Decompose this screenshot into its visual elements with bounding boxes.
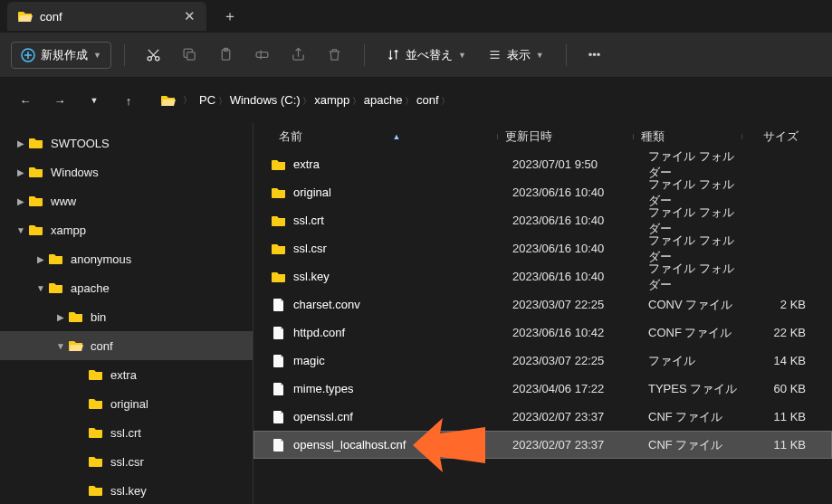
tree-item[interactable]: extra — [0, 360, 253, 389]
tree-item[interactable]: original — [0, 389, 253, 418]
list-item[interactable]: httpd.conf2023/06/16 10:42CONF ファイル22 KB — [253, 319, 832, 347]
back-button[interactable]: ← — [11, 86, 40, 115]
list-item[interactable]: extra2023/07/01 9:50ファイル フォルダー — [253, 150, 832, 178]
list-item[interactable]: openssl_localhost.cnf2023/02/07 23:37CNF… — [253, 431, 832, 459]
folder-icon — [89, 483, 103, 498]
list-item[interactable]: original2023/06/16 10:40ファイル フォルダー — [253, 178, 832, 206]
new-label: 新規作成 — [41, 47, 88, 63]
folder-icon — [161, 93, 176, 108]
close-icon[interactable]: ✕ — [184, 8, 196, 24]
chevron-down-icon[interactable]: ▼ — [33, 283, 49, 293]
file-icon — [272, 410, 286, 424]
col-name[interactable]: 名前▲ — [272, 128, 498, 145]
chevron-right-icon: 〉 — [183, 94, 192, 107]
toolbar: 新規作成 ▼ 並べ替え ▼ 表示 ▼ ••• — [0, 33, 832, 78]
folder-icon — [272, 214, 286, 228]
file-name: openssl_localhost.cnf — [293, 438, 505, 452]
chevron-right-icon[interactable]: ▶ — [13, 138, 29, 148]
file-type: ファイル — [641, 353, 750, 369]
share-button[interactable] — [282, 39, 315, 71]
delete-button[interactable] — [319, 39, 351, 71]
chevron-right-icon[interactable]: ▶ — [13, 196, 29, 206]
tree-item[interactable]: ▼apache — [0, 273, 253, 302]
up-button[interactable]: ↑ — [114, 86, 143, 115]
file-size: 11 KB — [750, 438, 813, 452]
sort-button[interactable]: 並べ替え ▼ — [378, 43, 475, 68]
tree-item[interactable]: ssl.crt — [0, 418, 253, 447]
view-button[interactable]: 表示 ▼ — [479, 43, 553, 68]
folder-icon — [89, 367, 103, 382]
tree-item[interactable]: ▶anonymous — [0, 244, 253, 273]
file-size: 60 KB — [750, 382, 813, 395]
chevron-right-icon[interactable]: ▶ — [53, 312, 69, 322]
tree-item[interactable]: ▼xampp — [0, 215, 253, 244]
chevron-right-icon[interactable]: ▶ — [13, 167, 29, 177]
tree-item[interactable]: ▶bin — [0, 302, 253, 331]
tab-title: conf — [40, 10, 184, 24]
tree-label: anonymous — [71, 252, 253, 266]
file-type: CNF ファイル — [641, 409, 750, 425]
folder-icon — [49, 252, 63, 266]
list-item[interactable]: mime.types2023/04/06 17:22TYPES ファイル60 K… — [253, 375, 832, 403]
folder-icon — [29, 223, 43, 237]
folder-tree[interactable]: ▶SWTOOLS▶Windows▶www▼xampp▶anonymous▼apa… — [0, 123, 253, 504]
copy-button[interactable] — [174, 39, 206, 71]
svg-point-2 — [156, 57, 159, 61]
chevron-right-icon: 〉 — [402, 96, 416, 106]
col-date[interactable]: 更新日時 — [498, 128, 634, 145]
col-size[interactable]: サイズ — [742, 128, 806, 145]
tree-item[interactable]: ▶www — [0, 186, 253, 215]
tree-item[interactable]: ▶SWTOOLS — [0, 128, 253, 157]
recent-button[interactable]: ▼ — [80, 86, 109, 115]
folder-icon — [29, 194, 43, 208]
tree-item[interactable]: ssl.key — [0, 476, 253, 504]
list-item[interactable]: openssl.cnf2023/02/07 23:37CNF ファイル11 KB — [253, 403, 832, 431]
breadcrumb-segment[interactable]: xampp — [314, 93, 349, 107]
separator — [364, 44, 365, 66]
breadcrumb[interactable]: 〉 PC 〉 Windows (C:) 〉 xampp 〉 apache 〉 c… — [161, 93, 450, 108]
file-date: 2023/06/16 10:40 — [505, 270, 641, 283]
paste-button[interactable] — [210, 39, 243, 71]
file-date: 2023/06/16 10:42 — [505, 326, 641, 339]
file-date: 2023/02/07 23:37 — [505, 438, 641, 452]
breadcrumb-segment[interactable]: conf — [416, 93, 439, 107]
list-item[interactable]: ssl.key2023/06/16 10:40ファイル フォルダー — [253, 262, 832, 290]
list-item[interactable]: ssl.crt2023/06/16 10:40ファイル フォルダー — [253, 206, 832, 234]
file-size: 14 KB — [750, 354, 813, 367]
breadcrumb-segment[interactable]: Windows (C:) — [230, 93, 301, 107]
chevron-right-icon[interactable]: ▶ — [33, 254, 49, 264]
chevron-down-icon[interactable]: ▼ — [13, 225, 29, 235]
plus-circle-icon — [21, 48, 35, 62]
breadcrumb-segment[interactable]: apache — [364, 93, 403, 107]
chevron-down-icon[interactable]: ▼ — [53, 341, 69, 351]
tree-item[interactable]: ▼conf — [0, 331, 253, 360]
chevron-down-icon: ▼ — [536, 51, 544, 60]
new-button[interactable]: 新規作成 ▼ — [11, 42, 111, 69]
chevron-down-icon: ▼ — [93, 51, 101, 60]
file-name: magic — [293, 354, 505, 367]
list-item[interactable]: charset.conv2023/03/07 22:25CONV ファイル2 K… — [253, 290, 832, 319]
file-type: CONV ファイル — [641, 297, 750, 313]
breadcrumb-segment[interactable]: PC — [199, 93, 215, 107]
file-date: 2023/06/16 10:40 — [505, 214, 641, 227]
file-name: openssl.cnf — [293, 410, 505, 423]
forward-button[interactable]: → — [45, 86, 74, 115]
tree-label: xampp — [51, 223, 253, 237]
rename-button[interactable] — [246, 39, 279, 71]
tree-item[interactable]: ▶Windows — [0, 157, 253, 186]
more-button[interactable]: ••• — [579, 43, 610, 66]
file-date: 2023/04/06 17:22 — [505, 382, 641, 395]
folder-icon — [272, 270, 286, 284]
file-icon — [272, 382, 286, 396]
tab-conf[interactable]: conf ✕ — [7, 2, 206, 31]
cut-button[interactable] — [138, 39, 170, 71]
new-tab-button[interactable]: ＋ — [215, 4, 244, 30]
folder-icon — [272, 157, 286, 172]
col-type[interactable]: 種類 — [634, 128, 742, 145]
tree-item[interactable]: ssl.csr — [0, 447, 253, 476]
tree-label: ssl.crt — [110, 426, 253, 440]
file-date: 2023/06/16 10:40 — [505, 185, 641, 199]
list-item[interactable]: magic2023/03/07 22:25ファイル14 KB — [253, 347, 832, 375]
file-name: extra — [293, 157, 505, 171]
list-item[interactable]: ssl.csr2023/06/16 10:40ファイル フォルダー — [253, 234, 832, 262]
